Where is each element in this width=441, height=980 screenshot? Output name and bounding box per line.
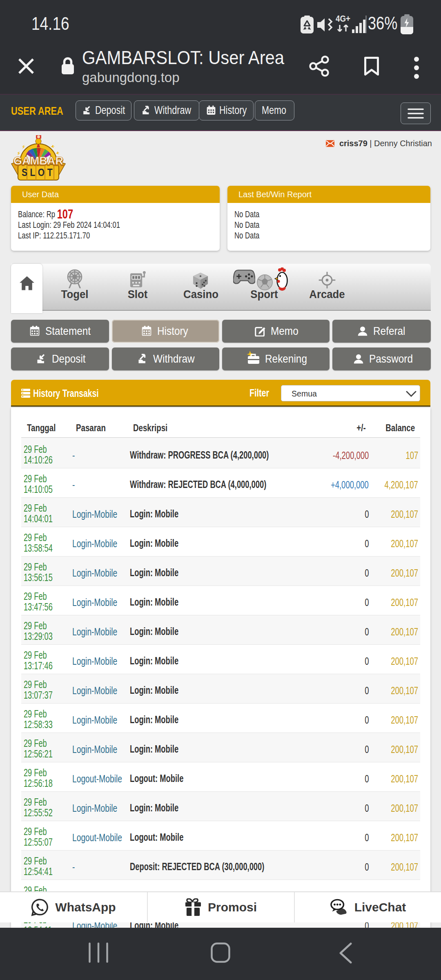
svg-text:GAMBAR: GAMBAR	[13, 155, 63, 167]
svg-text:4G+: 4G+	[336, 14, 350, 24]
svg-text:SLOT: SLOT	[22, 166, 55, 178]
